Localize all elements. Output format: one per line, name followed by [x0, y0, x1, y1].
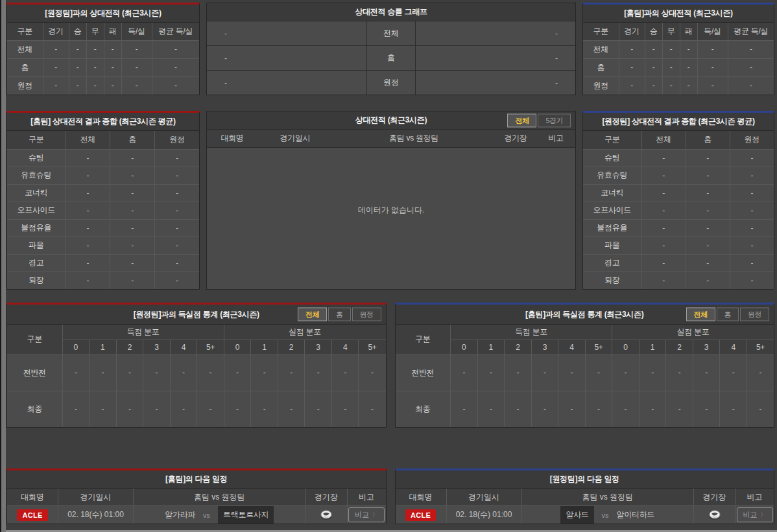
stat-cell: - [680, 58, 697, 76]
ball-icon[interactable] [319, 509, 333, 520]
stadium-cell [693, 506, 735, 524]
list-header-row: 대회명 경기일시 홈팀 vs 원정팀 경기장 비고 [396, 489, 774, 506]
column-header: 대회명 [7, 489, 58, 505]
stat-cell: - [86, 76, 104, 95]
goals-vs-away-table: 구분 득점 분포 실점 분포 0 1 2 3 4 5+ 0 1 2 [7, 325, 386, 427]
table-row: 최종 - - - - - - - - - - - - [7, 391, 386, 427]
panel-header: [홈팀] 상대전적 결과 종합 (최근3시즌 평균) [7, 113, 199, 131]
stat-cell: - [110, 202, 155, 219]
stat-cell: - [680, 76, 697, 95]
winrate-value: - [555, 29, 558, 38]
stats-page: [원정팀]과의 상대전적 (최근3시즌) 구분 경기 승 무 패 득/실 평균 … [6, 0, 777, 530]
empty-message: 데이터가 없습니다. [207, 148, 575, 289]
tab-away[interactable]: 원정 [352, 308, 381, 321]
stat-cell: - [662, 58, 680, 76]
panel-title: [홈팀]과의 득실점 통계 (최근3시즌) [525, 309, 643, 320]
tab-5games[interactable]: 5경기 [538, 113, 571, 127]
ball-icon[interactable] [708, 509, 722, 520]
table-row: 퇴장 - - - [7, 272, 199, 289]
table-header-row: 구분 득점 분포 실점 분포 [396, 325, 774, 340]
column-header: 경기일시 [446, 489, 521, 505]
panel-header: [홈팀]의 다음 일정 [7, 470, 386, 489]
stat-cell: - [62, 391, 90, 427]
stat-cell: - [728, 40, 774, 58]
stat-cell: - [558, 391, 586, 427]
column-header: 원정 [730, 131, 774, 149]
stat-cell: - [121, 40, 152, 58]
panel-title: [홈팀]의 다음 일정 [165, 474, 227, 485]
bucket-header: 3 [693, 340, 720, 354]
list-header-row: 대회명 경기일시 홈팀 vs 원정팀 경기장 비고 [207, 130, 575, 148]
vs-label: vs [203, 511, 210, 519]
stat-cell: - [720, 354, 747, 391]
h2h-list-tab-group: 전체 5경기 [507, 113, 571, 127]
home-winrate-bar-area: - [207, 21, 366, 45]
column-group-scored: 득점 분포 [451, 325, 612, 340]
stat-cell: - [86, 40, 104, 58]
table-row: 볼점유율 - - - [583, 219, 774, 237]
stat-cell: - [331, 391, 359, 427]
stat-cell: - [152, 76, 199, 95]
stat-cell: - [641, 149, 686, 167]
bucket-header: 0 [612, 340, 640, 354]
bucket-header: 4 [331, 340, 359, 354]
tab-home[interactable]: 홈 [328, 308, 351, 321]
bucket-header: 4 [720, 340, 747, 354]
row-label: 전체 [583, 40, 619, 58]
table-header-row: 0 1 2 3 4 5+ 0 1 2 3 4 5+ [7, 340, 386, 354]
tab-all[interactable]: 전체 [298, 308, 327, 321]
compare-button[interactable]: 비교 〉 [737, 507, 773, 522]
stat-cell: - [305, 391, 332, 427]
away-winrate-bar-area: - [416, 21, 575, 45]
stat-cell: - [585, 391, 612, 427]
column-header: 대회명 [396, 489, 446, 505]
row-label: 최종 [396, 391, 451, 427]
stat-cell: - [641, 272, 686, 289]
stat-cell: - [104, 76, 121, 95]
panel-header: [홈팀]과의 상대전적 (최근3시즌) [583, 5, 774, 23]
bucket-header: 3 [531, 340, 558, 354]
stat-cell: - [154, 254, 199, 272]
stat-cell: - [730, 219, 774, 237]
bucket-header: 4 [558, 340, 586, 354]
stadium-cell [305, 506, 347, 524]
tab-away[interactable]: 원정 [740, 308, 769, 321]
stat-cell: - [43, 76, 69, 95]
home-team-name: 알사드 [560, 506, 593, 524]
panel-winrate-graph: 상대전적 승률 그래프 - 전체 - - 홈 - - 원정 - [206, 3, 576, 95]
tab-all[interactable]: 전체 [686, 308, 715, 321]
stat-cell: - [121, 58, 152, 76]
stat-cell: - [62, 354, 90, 391]
column-header: 패 [680, 23, 697, 40]
stat-cell: - [359, 354, 386, 391]
column-header: 구분 [7, 325, 62, 354]
tab-home[interactable]: 홈 [717, 308, 739, 321]
bucket-header: 4 [170, 340, 197, 354]
stat-cell: - [86, 58, 104, 76]
stat-cell: - [662, 76, 680, 95]
row-label: 슈팅 [7, 149, 66, 167]
compare-button[interactable]: 비교 〉 [348, 507, 385, 522]
stat-cell: - [110, 219, 155, 237]
winrate-value: - [555, 78, 558, 87]
stat-cell: - [619, 58, 645, 76]
stat-cell: - [69, 76, 86, 95]
column-header: 평균 득/실 [152, 23, 199, 40]
stat-cell: - [641, 184, 686, 202]
stat-cell: - [66, 202, 110, 219]
table-row: 전반전 - - - - - - - - - - - - [396, 354, 774, 391]
stat-cell: - [477, 354, 505, 391]
table-row: 전체 - - - - - - [583, 40, 774, 58]
column-header: 승 [69, 23, 86, 40]
table-header-row: 구분 전체 홈 원정 [7, 131, 199, 149]
stat-cell: - [686, 167, 730, 184]
winrate-row: - 전체 - [207, 21, 575, 46]
table-row: 파울 - - - [7, 237, 199, 254]
away-team-name: 알이티하드 [617, 509, 655, 520]
stat-cell: - [110, 184, 155, 202]
stat-cell: - [331, 354, 359, 391]
stat-cell: - [197, 391, 224, 427]
stat-cell: - [686, 219, 730, 237]
row-label: 전반전 [396, 354, 451, 391]
tab-all[interactable]: 전체 [507, 113, 536, 127]
